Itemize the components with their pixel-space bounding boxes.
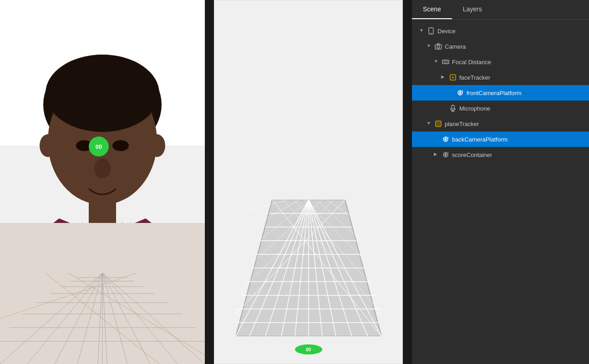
microphone-label: Microphone — [459, 105, 589, 112]
svg-point-76 — [452, 77, 454, 78]
grid-floor-left — [0, 182, 205, 364]
camera-label: Camera — [445, 43, 589, 50]
face-tracker-label: faceTracker — [459, 74, 589, 81]
device-icon — [427, 27, 435, 35]
panel-header: Scene Layers — [412, 0, 589, 20]
left-preview-panel: 00 — [0, 0, 205, 364]
tree-item-plane-tracker[interactable]: planeTracker — [412, 116, 589, 131]
tab-layers[interactable]: Layers — [452, 0, 493, 19]
arrow-camera — [427, 43, 433, 50]
scene-panel: Scene Layers Device — [412, 0, 589, 364]
scene-tree: Device Camera — [412, 20, 589, 364]
arrow-face-tracker — [441, 74, 447, 81]
arrow-score-container — [434, 152, 440, 158]
focal-distance-label: Focal Distance — [452, 59, 589, 66]
svg-text:+: + — [447, 136, 449, 138]
score-container-icon: + — [442, 151, 449, 158]
trapezoid-svg — [236, 200, 381, 336]
plane-tracker-label: planeTracker — [445, 121, 589, 127]
score-container-label: scoreContainer — [452, 152, 589, 158]
focal-distance-icon — [442, 58, 449, 66]
front-camera-platform-label: frontCameraPlatform — [467, 90, 589, 96]
svg-line-30 — [102, 273, 205, 364]
back-camera-platform-icon: + — [442, 136, 449, 143]
arrow-plane-tracker — [427, 121, 433, 127]
svg-line-20 — [0, 273, 102, 364]
svg-rect-68 — [430, 33, 432, 34]
svg-rect-72 — [444, 61, 447, 63]
svg-point-7 — [94, 158, 111, 178]
svg-rect-71 — [442, 60, 449, 64]
tree-item-microphone[interactable]: Microphone — [412, 101, 589, 116]
tree-item-device[interactable]: Device — [412, 23, 589, 39]
device-label: Device — [437, 28, 589, 35]
middle-badge: 00 — [295, 344, 322, 354]
tree-item-front-camera-platform[interactable]: + frontCameraPlatform — [412, 85, 589, 101]
scene-preview: 00 — [214, 0, 402, 364]
tree-item-face-tracker[interactable]: faceTracker — [412, 70, 589, 85]
left-badge-text: 00 — [96, 143, 102, 150]
tree-item-focal-distance[interactable]: Focal Distance — [412, 54, 589, 70]
svg-text:+: + — [447, 151, 449, 154]
middle-badge-text: 00 — [306, 347, 311, 352]
arrow-focal — [434, 59, 440, 65]
tree-item-back-camera-platform[interactable]: + backCameraPlatform — [412, 131, 589, 147]
face-tracker-icon — [449, 74, 457, 81]
camera-icon — [435, 43, 442, 50]
tab-scene[interactable]: Scene — [412, 0, 452, 19]
left-badge: 00 — [89, 136, 109, 157]
tree-item-score-container[interactable]: + scoreContainer — [412, 147, 589, 162]
tree-item-camera[interactable]: Camera — [412, 39, 589, 54]
svg-line-33 — [0, 273, 137, 318]
trapezoid-grid — [236, 200, 381, 336]
svg-point-70 — [437, 46, 440, 48]
svg-rect-82 — [452, 105, 454, 109]
arrow-device — [419, 28, 426, 34]
svg-point-6 — [112, 140, 129, 151]
front-camera-platform-icon: + — [457, 89, 464, 96]
face-preview: 00 — [0, 0, 205, 364]
microphone-icon — [449, 105, 457, 112]
svg-point-9 — [149, 134, 165, 157]
middle-preview-panel: 00 — [214, 0, 403, 364]
svg-point-8 — [40, 134, 56, 157]
back-camera-platform-label: backCameraPlatform — [452, 136, 589, 143]
svg-point-4 — [46, 55, 159, 132]
svg-text:+: + — [462, 89, 464, 92]
plane-tracker-icon — [435, 120, 442, 127]
